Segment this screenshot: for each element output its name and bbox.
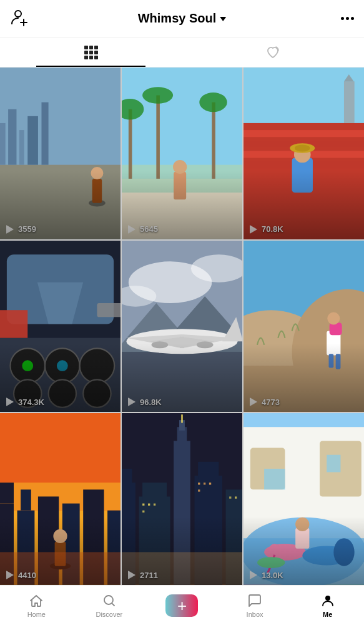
more-options-button[interactable] [341,17,354,20]
play-icon-3 [248,224,258,234]
svg-rect-33 [292,158,313,193]
svg-rect-99 [142,483,167,501]
header-right [341,17,354,20]
video-cell-4[interactable]: 374.3K [0,241,121,412]
video-cell-7[interactable]: 4410 [0,413,121,585]
svg-rect-31 [344,81,355,123]
svg-point-65 [197,341,214,348]
svg-rect-22 [174,172,186,199]
svg-rect-113 [122,552,242,585]
dot-1 [341,17,344,20]
video-cell-2[interactable]: 5645 [122,68,242,239]
play-icon-1 [5,224,15,234]
svg-rect-111 [229,497,231,499]
svg-rect-97 [122,469,132,486]
svg-point-19 [142,87,173,104]
view-count-8: 2711 [140,571,158,580]
inbox-label: Inbox [247,611,263,618]
view-count-7: 4410 [18,571,36,580]
svg-point-128 [104,596,113,604]
svg-point-36 [295,144,310,151]
me-label: Me [323,611,332,618]
video-overlay-1: 3559 [5,224,36,234]
svg-point-122 [269,544,280,555]
svg-point-12 [91,167,103,179]
video-cell-8[interactable]: 2711 [122,413,242,585]
svg-rect-108 [204,483,205,485]
tab-liked[interactable] [182,38,365,67]
svg-point-43 [49,379,76,407]
tabs [0,38,364,68]
play-icon-2 [127,224,137,234]
svg-rect-103 [142,504,144,506]
play-icon-6 [248,397,258,407]
video-cell-1[interactable]: 3559 [0,68,121,239]
video-overlay-3: 70.8K [248,224,283,234]
discover-icon [101,592,117,609]
video-grid: 3559 5645 [0,68,364,585]
bottom-nav: Home Discover Inbox Me [0,585,364,625]
svg-rect-82 [21,490,31,511]
home-icon [28,592,44,609]
play-icon-8 [127,570,137,580]
video-cell-9[interactable]: 13.0K [243,413,364,585]
view-count-9: 13.0K [262,571,283,580]
video-overlay-7: 4410 [5,570,36,580]
dot-3 [351,17,354,20]
svg-rect-119 [327,455,340,472]
nav-home[interactable]: Home [0,592,73,618]
view-count-3: 70.8K [262,224,283,234]
svg-rect-80 [0,483,14,504]
nav-create[interactable] [145,594,219,617]
svg-rect-7 [19,130,24,165]
grid-icon [84,46,98,59]
svg-rect-117 [264,469,285,489]
svg-point-89 [53,529,67,543]
header: Whimsy Soul [0,0,364,38]
svg-rect-18 [156,95,160,178]
nav-inbox[interactable]: Inbox [219,592,292,618]
view-count-1: 3559 [18,224,36,234]
nav-discover[interactable]: Discover [73,592,146,618]
header-title-wrap[interactable]: Whimsy Soul [138,11,227,26]
svg-rect-74 [329,354,334,368]
svg-rect-90 [0,552,121,585]
home-label: Home [27,611,46,618]
svg-rect-72 [330,322,342,335]
svg-point-41 [80,348,115,383]
heart-icon [265,44,281,61]
video-cell-5[interactable]: 96.8K [122,241,242,412]
svg-rect-6 [8,109,16,165]
nav-me[interactable]: Me [291,592,364,618]
play-icon-9 [248,570,258,580]
svg-rect-11 [92,179,102,203]
add-user-button[interactable] [10,8,32,30]
video-overlay-8: 2711 [127,570,158,580]
me-icon [320,592,336,609]
svg-point-124 [333,538,354,566]
svg-rect-110 [198,490,200,492]
create-button[interactable] [165,594,198,617]
video-cell-6[interactable]: 4773 [243,241,364,412]
video-overlay-5: 96.8K [127,397,162,407]
play-icon-4 [5,397,15,407]
svg-rect-95 [181,415,182,423]
view-count-4: 374.3K [18,398,44,407]
svg-point-0 [15,11,21,17]
svg-point-21 [199,92,227,112]
svg-rect-107 [198,483,200,485]
svg-rect-106 [142,511,144,512]
tab-grid[interactable] [0,38,182,67]
svg-rect-49 [0,310,27,338]
svg-rect-8 [27,116,38,165]
svg-rect-50 [97,303,121,317]
svg-rect-105 [154,504,155,506]
svg-point-126 [295,518,309,531]
play-icon-7 [5,570,15,580]
svg-rect-9 [41,102,48,165]
svg-point-73 [327,312,340,324]
video-overlay-2: 5645 [127,224,158,234]
svg-rect-101 [198,462,219,479]
video-cell-3[interactable]: 70.8K [243,68,364,239]
svg-point-127 [257,558,285,569]
